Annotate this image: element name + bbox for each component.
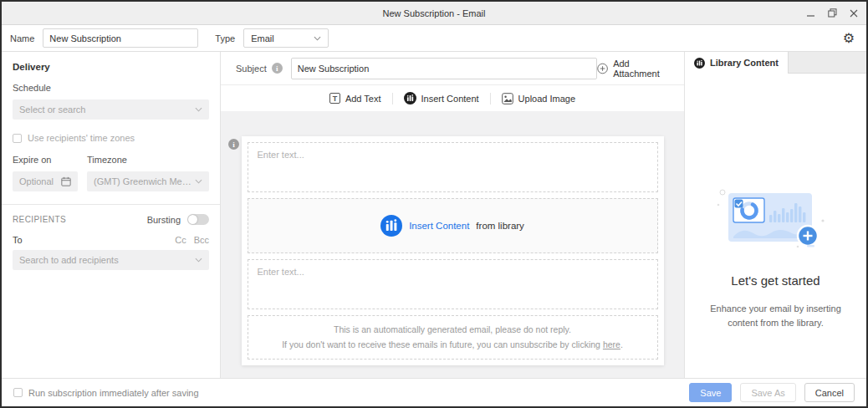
library-tab-strip: Library Content	[685, 52, 866, 74]
expire-timezone-row: Expire on Optional Timezone (GMT) Greenw…	[13, 155, 209, 191]
insert-content-dropzone[interactable]: Insert Content from library	[248, 198, 658, 253]
name-input[interactable]	[43, 28, 198, 48]
library-panel: Library Content	[684, 52, 866, 378]
minimize-icon[interactable]	[807, 9, 815, 18]
timezone-value: (GMT) Greenwich Mean Time,...	[94, 176, 195, 186]
add-text-button[interactable]: T Add Text	[319, 91, 392, 106]
image-icon	[502, 93, 513, 105]
insert-content-link[interactable]: Insert Content	[409, 221, 469, 231]
dashboard-illustration	[713, 185, 839, 252]
subject-row: Subject i Add Attachment	[221, 52, 684, 85]
delivery-title: Delivery	[13, 62, 209, 72]
settings-gear-icon[interactable]: ⚙	[843, 32, 855, 45]
header-row: Name Type Email ⚙	[2, 25, 866, 52]
upload-image-button[interactable]: Upload Image	[491, 91, 587, 106]
sidebar-divider	[2, 204, 220, 205]
chevron-down-icon	[314, 36, 321, 41]
chevron-down-icon	[195, 179, 202, 184]
add-attachment-label: Add Attachment	[613, 59, 674, 79]
composer-toolbar: T Add Text Insert Content Upload Image	[221, 85, 684, 111]
library-logo-icon	[694, 58, 705, 69]
subject-info-icon[interactable]: i	[272, 63, 283, 74]
use-timezones-checkbox[interactable]	[13, 134, 22, 143]
library-tab-label: Library Content	[710, 58, 779, 68]
text-placeholder: Enter text...	[258, 267, 304, 277]
run-immediately-row: Run subscription immediately after savin…	[13, 388, 199, 398]
text-block-bottom[interactable]: Enter text...	[248, 259, 658, 309]
cc-link[interactable]: Cc	[175, 235, 186, 245]
add-text-label: Add Text	[345, 94, 381, 104]
unsubscribe-link[interactable]: here	[603, 339, 620, 349]
tab-strip-filler	[789, 52, 866, 74]
add-attachment-button[interactable]: Add Attachment	[597, 59, 676, 79]
timezone-label: Timezone	[87, 155, 209, 165]
library-description: Enhance your email by inserting content …	[698, 302, 854, 330]
window-controls	[807, 2, 858, 24]
insert-content-label: Insert Content	[421, 94, 479, 104]
email-body-card: Enter text... Insert Content from librar…	[242, 136, 664, 365]
upload-image-label: Upload Image	[518, 94, 576, 104]
plus-circle-icon	[597, 63, 608, 74]
calendar-icon	[61, 176, 71, 186]
subject-input[interactable]	[291, 58, 597, 79]
window-title: New Subscription - Email	[383, 8, 486, 18]
save-as-button[interactable]: Save As	[740, 383, 795, 402]
schedule-placeholder: Select or search	[19, 105, 85, 115]
recipients-placeholder: Search to add recipients	[19, 255, 119, 265]
insert-content-button[interactable]: Insert Content	[393, 91, 490, 106]
email-editor-area: i Enter text... Insert Content from libr…	[221, 111, 684, 378]
run-immediately-label: Run subscription immediately after savin…	[28, 388, 199, 398]
footer-line1: This is an automatically generated email…	[334, 323, 571, 338]
use-timezones-row: Use recipients' time zones	[13, 133, 209, 143]
subscription-dialog: New Subscription - Email Name Type Email…	[0, 0, 868, 408]
expire-label: Expire on	[13, 155, 78, 165]
chevron-down-icon	[195, 258, 202, 263]
bursting-label: Bursting	[147, 215, 181, 225]
footer-bar: Run subscription immediately after savin…	[2, 378, 866, 406]
bcc-link[interactable]: Bcc	[194, 235, 209, 245]
schedule-label: Schedule	[13, 83, 209, 93]
type-value: Email	[251, 33, 274, 43]
footer-line2-text: If you don't want to receive these email…	[282, 339, 603, 349]
to-label: To	[13, 235, 23, 245]
title-bar: New Subscription - Email	[2, 2, 866, 25]
auto-footer-block: This is an automatically generated email…	[248, 315, 658, 360]
schedule-select[interactable]: Select or search	[13, 99, 209, 120]
editor-info-icon[interactable]: i	[228, 139, 239, 150]
recipients-header: RECIPIENTS Bursting	[13, 214, 209, 225]
email-composer: Subject i Add Attachment T Add Text Inse…	[221, 52, 684, 378]
chevron-down-icon	[195, 107, 202, 112]
recipients-select[interactable]: Search to add recipients	[13, 250, 209, 270]
expire-placeholder: Optional	[19, 176, 54, 186]
save-button[interactable]: Save	[689, 383, 732, 402]
text-icon: T	[329, 93, 340, 104]
type-select[interactable]: Email	[243, 28, 329, 48]
footer-line2: If you don't want to receive these email…	[282, 338, 623, 353]
name-label: Name	[10, 33, 34, 43]
cancel-button[interactable]: Cancel	[804, 383, 855, 402]
text-block-top[interactable]: Enter text...	[248, 142, 658, 192]
subject-label: Subject	[236, 64, 267, 74]
library-empty-state: Let's get started Enhance your email by …	[685, 74, 866, 378]
library-heading: Let's get started	[731, 273, 819, 288]
run-immediately-checkbox[interactable]	[13, 388, 23, 397]
delivery-sidebar: Delivery Schedule Select or search Use r…	[2, 52, 221, 378]
recipients-title: RECIPIENTS	[13, 215, 66, 224]
library-logo-icon	[404, 92, 416, 105]
restore-icon[interactable]	[828, 8, 837, 18]
main-area: Delivery Schedule Select or search Use r…	[2, 52, 866, 378]
insert-content-suffix: from library	[476, 221, 524, 231]
use-timezones-label: Use recipients' time zones	[28, 133, 135, 143]
tab-library-content[interactable]: Library Content	[685, 52, 789, 74]
text-placeholder: Enter text...	[258, 150, 304, 160]
bursting-toggle[interactable]	[187, 214, 209, 225]
expire-date-field[interactable]: Optional	[13, 171, 78, 191]
close-icon[interactable]	[850, 9, 858, 18]
footer-line2-period: .	[620, 339, 623, 349]
timezone-select[interactable]: (GMT) Greenwich Mean Time,...	[87, 171, 209, 191]
type-label: Type	[215, 33, 235, 43]
library-logo-icon	[380, 215, 402, 237]
to-row: To Cc Bcc	[13, 235, 209, 245]
